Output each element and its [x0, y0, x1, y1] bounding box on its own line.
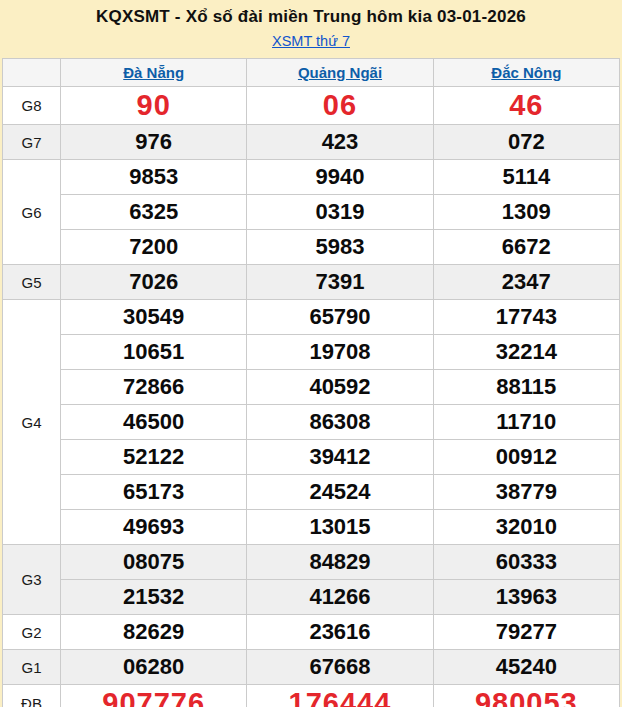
prize-label-g5: G5	[3, 265, 61, 300]
prize-label-db: ĐB	[3, 685, 61, 707]
prize-value: 5983	[247, 230, 433, 265]
prize-value: 9853	[61, 160, 247, 195]
prize-row-g3: 21532 41266 13963	[3, 580, 620, 615]
prize-value: 2347	[433, 265, 619, 300]
prize-row-g8: G8 90 06 46	[3, 87, 620, 125]
prize-value: 9940	[247, 160, 433, 195]
prize-value: 17743	[433, 300, 619, 335]
prize-label-g1: G1	[3, 650, 61, 685]
prize-value: 32010	[433, 510, 619, 545]
prize-value: 39412	[247, 440, 433, 475]
prize-value: 980053	[433, 685, 619, 707]
table-header-row: Đà Nẵng Quảng Ngãi Đắc Nông	[3, 59, 620, 87]
prize-value: 60333	[433, 545, 619, 580]
prize-row-g4: 65173 24524 38779	[3, 475, 620, 510]
prize-row-g6: 6325 0319 1309	[3, 195, 620, 230]
page-title: KQXSMT - Xổ số đài miền Trung hôm kia 03…	[0, 7, 622, 27]
prize-row-g5: G5 7026 7391 2347	[3, 265, 620, 300]
prize-value: 7026	[61, 265, 247, 300]
prize-value: 88115	[433, 370, 619, 405]
prize-value: 06	[247, 87, 433, 125]
prize-row-g7: G7 976 423 072	[3, 125, 620, 160]
prize-value: 23616	[247, 615, 433, 650]
prize-value: 19708	[247, 335, 433, 370]
prize-value: 423	[247, 125, 433, 160]
prize-label-g7: G7	[3, 125, 61, 160]
prize-row-g4: 52122 39412 00912	[3, 440, 620, 475]
prize-value: 00912	[433, 440, 619, 475]
prize-value: 82629	[61, 615, 247, 650]
prize-value: 45240	[433, 650, 619, 685]
prize-value: 41266	[247, 580, 433, 615]
corner-cell	[3, 59, 61, 87]
prize-value: 84829	[247, 545, 433, 580]
prize-value: 21532	[61, 580, 247, 615]
prize-value: 79277	[433, 615, 619, 650]
prize-value: 0319	[247, 195, 433, 230]
prize-row-g2: G2 82629 23616 79277	[3, 615, 620, 650]
prize-value: 65173	[61, 475, 247, 510]
column-header-da-nang[interactable]: Đà Nẵng	[123, 64, 184, 81]
column-header-dac-nong[interactable]: Đắc Nông	[491, 64, 561, 81]
prize-value: 6325	[61, 195, 247, 230]
prize-value: 65790	[247, 300, 433, 335]
prize-label-g4: G4	[3, 300, 61, 545]
prize-row-g3: G3 08075 84829 60333	[3, 545, 620, 580]
prize-value: 46	[433, 87, 619, 125]
prize-row-g4: 10651 19708 32214	[3, 335, 620, 370]
prize-value: 13963	[433, 580, 619, 615]
prize-value: 08075	[61, 545, 247, 580]
prize-row-g4: 49693 13015 32010	[3, 510, 620, 545]
prize-value: 40592	[247, 370, 433, 405]
prize-value: 86308	[247, 405, 433, 440]
prize-row-g4: G4 30549 65790 17743	[3, 300, 620, 335]
results-table: Đà Nẵng Quảng Ngãi Đắc Nông G8 90 06 46 …	[2, 58, 620, 707]
prize-value: 38779	[433, 475, 619, 510]
prize-value: 32214	[433, 335, 619, 370]
prize-value: 10651	[61, 335, 247, 370]
prize-value: 67668	[247, 650, 433, 685]
prize-value: 5114	[433, 160, 619, 195]
prize-value: 072	[433, 125, 619, 160]
prize-value: 24524	[247, 475, 433, 510]
prize-value: 6672	[433, 230, 619, 265]
page-header: KQXSMT - Xổ số đài miền Trung hôm kia 03…	[0, 0, 622, 58]
prize-value: 7391	[247, 265, 433, 300]
prize-value: 90	[61, 87, 247, 125]
prize-value: 49693	[61, 510, 247, 545]
prize-row-g4: 72866 40592 88115	[3, 370, 620, 405]
prize-value: 72866	[61, 370, 247, 405]
prize-label-g8: G8	[3, 87, 61, 125]
prize-value: 1309	[433, 195, 619, 230]
xsmt-day-link[interactable]: XSMT thứ 7	[272, 33, 350, 49]
prize-value: 11710	[433, 405, 619, 440]
subtitle-row: XSMT thứ 7	[0, 32, 622, 50]
prize-row-g1: G1 06280 67668 45240	[3, 650, 620, 685]
prize-label-g3: G3	[3, 545, 61, 615]
prize-value: 13015	[247, 510, 433, 545]
prize-label-g6: G6	[3, 160, 61, 265]
prize-label-g2: G2	[3, 615, 61, 650]
prize-row-g6: 7200 5983 6672	[3, 230, 620, 265]
prize-value: 30549	[61, 300, 247, 335]
prize-value: 976	[61, 125, 247, 160]
prize-row-g6: G6 9853 9940 5114	[3, 160, 620, 195]
prize-value: 176444	[247, 685, 433, 707]
column-header-quang-ngai[interactable]: Quảng Ngãi	[298, 64, 382, 81]
prize-value: 46500	[61, 405, 247, 440]
prize-value: 7200	[61, 230, 247, 265]
prize-value: 52122	[61, 440, 247, 475]
prize-value: 907776	[61, 685, 247, 707]
prize-value: 06280	[61, 650, 247, 685]
prize-row-g4: 46500 86308 11710	[3, 405, 620, 440]
prize-row-db: ĐB 907776 176444 980053	[3, 685, 620, 707]
